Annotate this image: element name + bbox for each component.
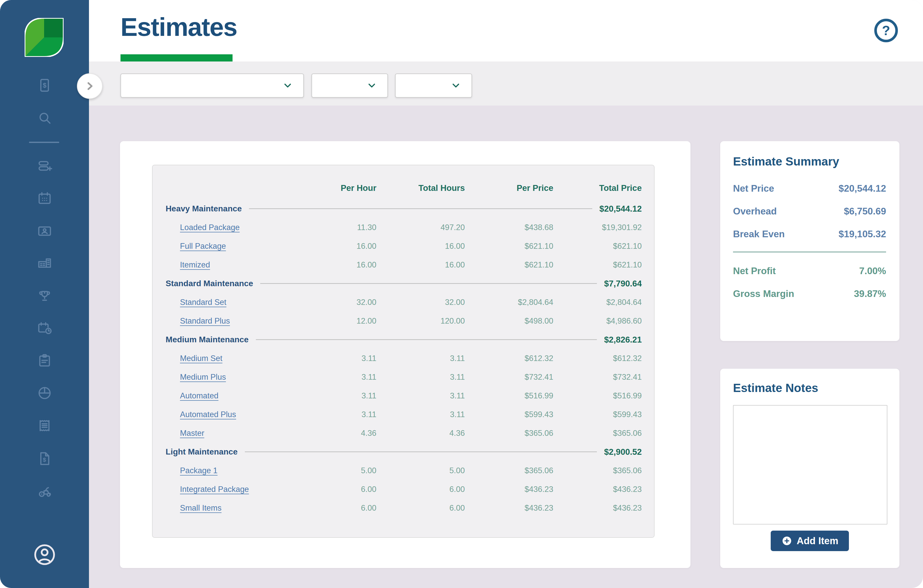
header: Estimates ?	[89, 0, 923, 62]
group-name: Heavy Maintenance	[166, 204, 242, 213]
summary-row-net-profit: Net Profit 7.00%	[733, 266, 886, 277]
net-profit-label: Net Profit	[733, 266, 776, 277]
total-price-value: $599.43	[553, 410, 642, 419]
item-link[interactable]: Small Items	[180, 503, 222, 513]
total-hours-value: 6.00	[376, 485, 465, 494]
per-hour-value: 12.00	[288, 316, 376, 326]
notes-title: Estimate Notes	[733, 381, 888, 395]
group-row: Medium Maintenance $2,826.21	[166, 330, 642, 349]
sidebar-divider	[29, 142, 59, 143]
net-profit-value: 7.00%	[859, 266, 886, 277]
filter-dropdown-3[interactable]	[395, 74, 472, 98]
group-name: Medium Maintenance	[166, 335, 249, 344]
column-total-price: Total Price	[553, 183, 642, 193]
item-link[interactable]: Automated	[180, 391, 218, 400]
invoice-icon: $	[36, 450, 53, 467]
sidebar-item-clipboard[interactable]	[36, 352, 53, 369]
total-price-value: $516.99	[553, 391, 642, 400]
break-even-value: $19,105.32	[839, 229, 886, 239]
svg-text:$: $	[43, 82, 46, 89]
group-total: $2,826.21	[604, 335, 642, 345]
total-hours-value: 120.00	[376, 316, 465, 326]
chevron-right-icon	[83, 79, 97, 93]
column-per-price: Per Price	[465, 183, 553, 193]
table-row: Itemized 16.00 16.00 $621.10 $621.10	[166, 256, 642, 274]
leaf-logo-icon[interactable]	[25, 18, 64, 56]
item-link[interactable]: Standard Plus	[180, 316, 230, 326]
sidebar-item-schedule[interactable]	[36, 320, 53, 336]
total-hours-value: 4.36	[376, 429, 465, 438]
sidebar-item-add-job[interactable]	[36, 158, 53, 174]
estimate-summary-card: Estimate Summary Net Price $20,544.12 Ov…	[720, 141, 899, 341]
table-row: Loaded Package 11.30 497.20 $438.68 $19,…	[166, 218, 642, 237]
table-row: Standard Plus 12.00 120.00 $498.00 $4,98…	[166, 311, 642, 330]
filter-dropdown-1[interactable]	[120, 74, 304, 98]
filter-bar	[89, 62, 923, 106]
title-accent-bar	[120, 54, 233, 62]
summary-row-overhead: Overhead $6,750.69	[733, 206, 886, 217]
sidebar-item-contact-card[interactable]	[36, 223, 53, 239]
trophy-icon	[36, 288, 53, 304]
question-mark-icon: ?	[882, 23, 890, 38]
total-hours-value: 3.11	[376, 410, 465, 419]
total-price-value: $612.32	[553, 354, 642, 363]
break-even-label: Break Even	[733, 229, 785, 239]
page-title: Estimates	[120, 12, 237, 42]
total-price-value: $4,986.60	[553, 316, 642, 326]
item-link[interactable]: Automated Plus	[180, 410, 236, 419]
item-link[interactable]: Full Package	[180, 242, 226, 251]
sidebar-item-equipment[interactable]	[36, 483, 53, 500]
net-price-label: Net Price	[733, 183, 774, 194]
equipment-icon	[36, 483, 53, 500]
per-hour-value: 3.11	[288, 354, 376, 363]
per-hour-value: 3.11	[288, 410, 376, 419]
help-button[interactable]: ?	[874, 19, 898, 42]
item-link[interactable]: Integrated Package	[180, 485, 249, 494]
per-price-value: $516.99	[465, 391, 553, 400]
sidebar-item-trophy[interactable]	[36, 288, 53, 304]
total-price-value: $436.23	[553, 503, 642, 513]
item-link[interactable]: Loaded Package	[180, 223, 240, 232]
sidebar-item-receipt[interactable]	[36, 417, 53, 434]
item-link[interactable]: Medium Plus	[180, 373, 226, 382]
item-link[interactable]: Package 1	[180, 466, 218, 475]
chevron-down-icon	[450, 80, 461, 91]
table-row: Full Package 16.00 16.00 $621.10 $621.10	[166, 237, 642, 256]
per-hour-value: 3.11	[288, 373, 376, 382]
gross-margin-value: 39.87%	[854, 288, 886, 299]
group-name: Standard Maintenance	[166, 279, 253, 288]
table-row: Automated 3.11 3.11 $516.99 $516.99	[166, 387, 642, 405]
sidebar-collapse-button[interactable]	[77, 73, 103, 99]
pie-chart-icon	[36, 385, 53, 401]
total-hours-value: 16.00	[376, 260, 465, 270]
total-hours-value: 16.00	[376, 242, 465, 251]
item-link[interactable]: Medium Set	[180, 354, 222, 363]
sidebar-item-company[interactable]	[36, 255, 53, 272]
user-avatar-icon[interactable]	[32, 542, 57, 567]
item-link[interactable]: Standard Set	[180, 298, 227, 307]
column-total-hours: Total Hours	[376, 183, 465, 193]
filter-dropdown-2[interactable]	[312, 74, 388, 98]
app-window: $	[0, 0, 923, 588]
per-hour-value: 5.00	[288, 466, 376, 475]
schedule-icon	[36, 320, 53, 336]
estimate-notes-card: Estimate Notes Add Item	[720, 369, 899, 568]
sidebar-item-invoice[interactable]: $	[36, 450, 53, 467]
sidebar-item-payments[interactable]: $	[36, 77, 53, 93]
group-row: Light Maintenance $2,900.52	[166, 442, 642, 461]
sidebar-item-search[interactable]	[36, 110, 53, 126]
estimate-notes-input[interactable]	[733, 405, 887, 524]
chevron-down-icon	[366, 80, 377, 91]
item-link[interactable]: Master	[180, 429, 204, 438]
add-item-button[interactable]: Add Item	[771, 531, 849, 551]
summary-divider	[733, 252, 886, 252]
summary-row-break-even: Break Even $19,105.32	[733, 229, 886, 239]
per-hour-value: 16.00	[288, 242, 376, 251]
sidebar: $	[0, 0, 89, 588]
sidebar-item-pie-chart[interactable]	[36, 385, 53, 401]
item-link[interactable]: Itemized	[180, 260, 210, 270]
add-item-label: Add Item	[797, 536, 838, 547]
sidebar-item-calendar[interactable]	[36, 190, 53, 207]
per-hour-value: 32.00	[288, 298, 376, 307]
total-price-value: $19,301.92	[553, 223, 642, 232]
